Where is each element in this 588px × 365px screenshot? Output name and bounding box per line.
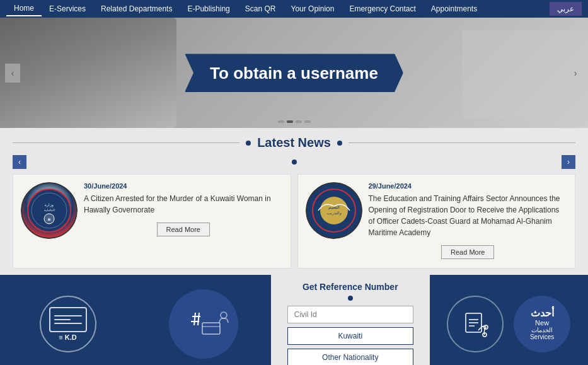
other-nationality-button[interactable]: Other Nationality <box>287 349 413 366</box>
news-logo-2: التعليم والتدريب <box>306 182 362 239</box>
header-line-left <box>13 142 239 143</box>
svg-text:الداخلية: الداخلية <box>44 208 55 212</box>
new-services-circle[interactable]: أحدث New الخدمات Services <box>514 296 570 352</box>
news-card-1: وزارة الداخلية 🏛 30/June/2024 A Citizen … <box>13 174 291 269</box>
news-headline-2: The Education and Training Affairs Secto… <box>369 193 568 238</box>
delivery-icon-svg <box>459 308 491 340</box>
news-cards-container: وزارة الداخلية 🏛 30/June/2024 A Citizen … <box>13 174 575 269</box>
news-date-2: 29/June/2024 <box>369 182 568 190</box>
nav-item-eservices[interactable]: E-Services <box>42 2 93 16</box>
news-card-2: التعليم والتدريب 29/June/2024 The Educat… <box>297 174 576 269</box>
get-reference-panel: Get Reference Number Kuwaiti Other Natio… <box>271 275 430 365</box>
svg-rect-14 <box>202 323 220 334</box>
carousel-dot-1[interactable] <box>278 120 284 123</box>
nav-item-opinion[interactable]: Your Opinion <box>283 2 342 16</box>
news-prev-button[interactable]: ‹ <box>13 155 26 169</box>
delivery-service-circle[interactable] <box>447 296 504 352</box>
news-content-1: 30/June/2024 A Citizen Arrested for the … <box>84 182 283 260</box>
news-content-2: 29/June/2024 The Education and Training … <box>369 182 568 260</box>
reference-icon-circle <box>169 289 238 359</box>
news-headline-1: A Citizen Arrested for the Murder of a K… <box>84 193 283 216</box>
svg-point-7 <box>320 197 348 224</box>
nav-link-opinion[interactable]: Your Opinion <box>283 2 342 16</box>
news-navigation: ‹ › <box>13 155 575 169</box>
kd-line-2 <box>54 319 71 320</box>
nav-link-related[interactable]: Related Departments <box>93 2 180 16</box>
nav-link-appointments[interactable]: Appointments <box>424 2 485 16</box>
header-dot-left <box>246 141 251 146</box>
nav-list: Home E-Services Related Departments E-Pu… <box>6 1 550 16</box>
latest-news-title: Latest News <box>257 136 331 150</box>
ref-dot <box>348 296 353 301</box>
nav-item-scanqr[interactable]: Scan QR <box>238 2 284 16</box>
kd-label: ≡ K.D <box>59 333 76 341</box>
carousel-prev-button[interactable]: ‹ <box>5 64 20 83</box>
nav-item-home[interactable]: Home <box>6 1 42 16</box>
carousel-next-button[interactable]: › <box>568 64 583 83</box>
header-line-right <box>349 142 575 143</box>
kd-service-panel: ≡ K.D <box>0 275 135 365</box>
kuwaiti-button[interactable]: Kuwaiti <box>287 327 413 345</box>
hero-title: To obtain a username <box>210 63 378 83</box>
right-services-panel: أحدث New الخدمات Services <box>430 275 589 365</box>
services-label: Services <box>530 333 554 340</box>
reference-service-panel <box>135 275 271 365</box>
svg-text:والتدريب: والتدريب <box>326 211 341 216</box>
svg-line-13 <box>198 313 199 325</box>
civil-id-input[interactable] <box>287 306 413 323</box>
latest-news-section: Latest News ‹ › وزارة الداخلية 🏛 <box>0 128 588 269</box>
news-next-button[interactable]: › <box>562 155 575 169</box>
education-ministry-logo: التعليم والتدريب <box>312 188 356 233</box>
read-more-button-1[interactable]: Read More <box>157 223 210 236</box>
nav-item-emergency[interactable]: Emergency Contact <box>342 2 423 16</box>
kd-line-3 <box>54 323 82 324</box>
kd-line-1 <box>54 315 82 316</box>
news-logo-1: وزارة الداخلية 🏛 <box>21 182 78 239</box>
bottom-section: ≡ K.D Get Reference Number <box>0 275 588 365</box>
nav-link-eservices[interactable]: E-Services <box>42 2 93 16</box>
hero-keyboard-image <box>0 18 176 128</box>
navigation: Home E-Services Related Departments E-Pu… <box>0 0 588 18</box>
nav-item-appointments[interactable]: Appointments <box>424 2 485 16</box>
nav-link-epublishing[interactable]: E-Publishing <box>180 2 237 16</box>
svg-text:وزارة: وزارة <box>45 203 54 207</box>
read-more-button-2[interactable]: Read More <box>441 245 494 259</box>
hero-title-box: To obtain a username <box>185 54 403 92</box>
interior-ministry-logo: وزارة الداخلية 🏛 <box>27 188 71 233</box>
carousel-dot-3[interactable] <box>296 120 302 123</box>
hero-carousel: To obtain a username ‹ › <box>0 18 588 128</box>
kd-icon-circle: ≡ K.D <box>40 296 96 352</box>
nav-item-epublishing[interactable]: E-Publishing <box>180 2 237 16</box>
carousel-dot-4[interactable] <box>304 120 311 123</box>
carousel-dot-2[interactable] <box>287 120 293 123</box>
get-ref-title: Get Reference Number <box>303 282 398 292</box>
arabic-language-button[interactable]: عربي <box>550 2 582 16</box>
reference-icon-svg <box>178 299 229 349</box>
nav-link-emergency[interactable]: Emergency Contact <box>342 2 423 16</box>
nav-link-home[interactable]: Home <box>6 1 42 16</box>
carousel-dots <box>278 120 311 123</box>
services-arabic-label: الخدمات <box>531 327 553 333</box>
kd-card-icon <box>49 307 87 332</box>
svg-line-12 <box>194 313 195 325</box>
svg-text:🏛: 🏛 <box>48 217 51 221</box>
read-more-container-2: Read More <box>369 245 568 259</box>
latest-news-header: Latest News <box>13 136 575 150</box>
read-more-container-1: Read More <box>84 223 283 236</box>
news-dot-indicator <box>292 159 297 165</box>
news-date-1: 30/June/2024 <box>84 182 283 190</box>
new-arabic-label: أحدث <box>531 307 554 319</box>
svg-point-16 <box>221 312 227 318</box>
nav-item-related[interactable]: Related Departments <box>93 2 180 16</box>
nav-link-scanqr[interactable]: Scan QR <box>238 2 284 16</box>
header-dot-right <box>337 141 342 146</box>
new-services-label: New <box>535 319 549 327</box>
